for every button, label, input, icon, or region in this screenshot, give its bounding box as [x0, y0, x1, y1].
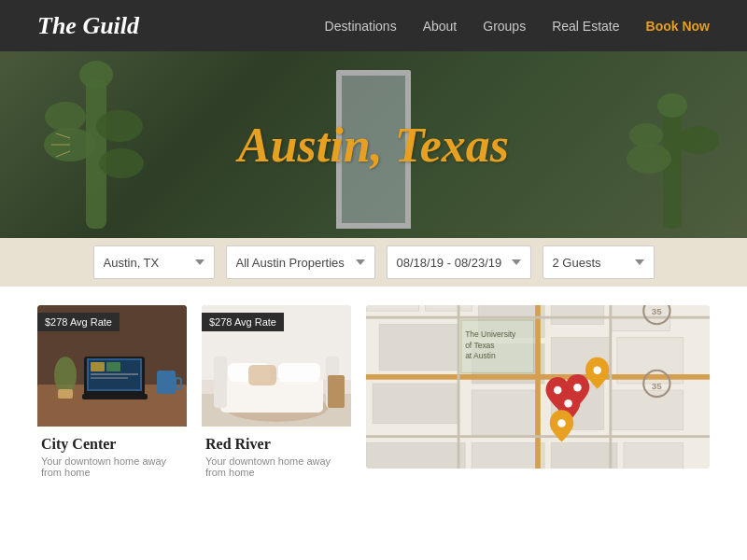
svg-rect-23 — [82, 394, 148, 399]
svg-rect-27 — [58, 389, 73, 399]
svg-point-26 — [54, 357, 77, 394]
svg-point-3 — [45, 102, 86, 132]
city-center-rate-badge: $278 Avg Rate — [37, 313, 120, 331]
svg-rect-24 — [157, 371, 176, 394]
svg-text:of Texas: of Texas — [465, 341, 494, 350]
svg-point-74 — [554, 386, 561, 394]
svg-rect-19 — [91, 362, 105, 371]
svg-rect-21 — [91, 373, 138, 375]
card-image-red-river: $278 Avg Rate — [202, 305, 351, 427]
svg-point-10 — [627, 144, 671, 174]
nav-link-destinations[interactable]: Destinations — [325, 19, 397, 34]
property-card-red-river[interactable]: $278 Avg Rate Red River Your downtown ho… — [202, 305, 351, 541]
svg-rect-34 — [214, 357, 227, 408]
svg-rect-46 — [379, 324, 458, 371]
filter-bar: Austin, TX All Austin Properties 08/18/1… — [0, 238, 747, 287]
svg-rect-50 — [373, 384, 458, 423]
nav-item-real-estate[interactable]: Real Estate — [552, 18, 619, 35]
nav-menu: Destinations About Groups Real Estate Bo… — [325, 18, 710, 35]
svg-rect-56 — [551, 443, 617, 469]
city-center-title: City Center — [41, 436, 183, 453]
city-center-subtitle: Your downtown home away from home — [41, 455, 183, 478]
nav-item-book-now[interactable]: Book Now — [646, 18, 710, 35]
svg-text:35: 35 — [652, 381, 663, 391]
svg-point-78 — [557, 419, 565, 427]
svg-rect-39 — [328, 375, 345, 408]
svg-point-11 — [678, 126, 719, 154]
properties-filter[interactable]: All Austin Properties — [226, 245, 375, 279]
svg-rect-53 — [611, 390, 684, 429]
svg-point-77 — [593, 367, 600, 374]
map-card[interactable]: The University of Texas at Austin 35 35 … — [366, 305, 710, 469]
nav-link-about[interactable]: About — [423, 19, 458, 34]
svg-text:35: 35 — [652, 306, 663, 316]
guests-filter[interactable]: 2 Guests — [543, 245, 655, 279]
nav-link-book-now[interactable]: Book Now — [646, 19, 710, 34]
red-river-rate-badge: $278 Avg Rate — [202, 313, 284, 331]
nav-item-about[interactable]: About — [423, 18, 458, 35]
svg-rect-57 — [624, 443, 684, 469]
svg-rect-38 — [248, 365, 276, 385]
svg-rect-42 — [426, 305, 472, 311]
map-background: The University of Texas at Austin 35 35 … — [366, 305, 710, 469]
svg-point-2 — [96, 110, 143, 142]
nav-item-groups[interactable]: Groups — [483, 18, 526, 35]
red-river-card-body: Red River Your downtown home away from h… — [202, 427, 351, 478]
svg-rect-54 — [366, 443, 465, 469]
svg-point-13 — [629, 123, 663, 147]
svg-text:at Austin: at Austin — [465, 351, 496, 360]
card-image-city-center: $278 Avg Rate — [37, 305, 187, 427]
nav-item-destinations[interactable]: Destinations — [325, 18, 397, 35]
svg-point-12 — [657, 93, 687, 118]
nav-link-groups[interactable]: Groups — [483, 19, 526, 34]
svg-point-5 — [79, 61, 113, 89]
hero-title: Austin, Texas — [238, 118, 509, 173]
svg-point-4 — [99, 148, 144, 178]
nav-link-real-estate[interactable]: Real Estate — [552, 19, 619, 34]
property-card-city-center[interactable]: $278 Avg Rate City Center Your downtown … — [37, 305, 187, 541]
cards-section: $278 Avg Rate City Center Your downtown … — [0, 287, 747, 560]
navbar: The Guild Destinations About Groups Real… — [0, 0, 747, 51]
red-river-subtitle: Your downtown home away from home — [205, 455, 347, 478]
svg-rect-37 — [278, 363, 320, 382]
svg-rect-51 — [472, 390, 538, 437]
svg-text:The University: The University — [465, 329, 516, 339]
dates-filter[interactable]: 08/18/19 - 08/23/19 — [387, 245, 531, 279]
svg-rect-44 — [551, 305, 604, 324]
svg-point-76 — [564, 399, 571, 407]
svg-point-75 — [573, 384, 581, 391]
svg-rect-20 — [106, 362, 120, 371]
red-river-title: Red River — [205, 436, 347, 453]
svg-rect-55 — [472, 443, 544, 469]
svg-rect-22 — [91, 377, 128, 379]
svg-rect-41 — [366, 305, 419, 311]
hero-section: Austin, Texas — [0, 51, 747, 238]
brand-name[interactable]: The Guild — [37, 12, 139, 40]
location-filter[interactable]: Austin, TX — [93, 245, 215, 279]
city-center-card-body: City Center Your downtown home away from… — [37, 427, 187, 478]
